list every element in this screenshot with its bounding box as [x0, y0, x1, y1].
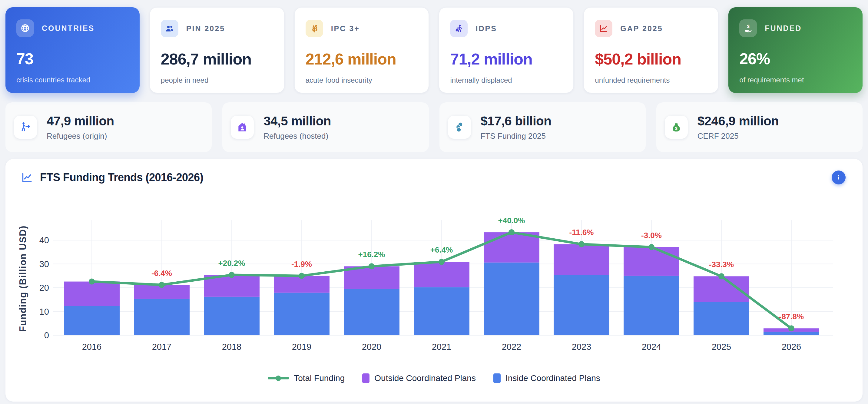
summary-cards-row: COUNTRIES 73 crisis countries tracked PI… [5, 7, 863, 93]
stat-label: Refugees (origin) [46, 131, 114, 141]
legend-item-outside-plans[interactable]: Outside Coordinated Plans [362, 373, 476, 383]
stat-label: Refugees (hosted) [264, 131, 331, 141]
card-funded-header: $ FUNDED [739, 20, 851, 37]
card-value: 212,6 million [306, 50, 418, 68]
card-ipc-3plus: IPC 3+ 212,6 million acute food insecuri… [294, 7, 429, 93]
funding-trends-plot: 0102030402016201720182019202020212022202… [12, 209, 857, 354]
card-value: 73 [17, 50, 129, 68]
card-countries-header: COUNTRIES [17, 20, 129, 37]
card-label: IDPS [475, 24, 497, 33]
wheat-icon [306, 20, 323, 37]
card-label: FUNDED [765, 24, 802, 33]
svg-text:30: 30 [39, 259, 49, 269]
svg-text:$: $ [675, 126, 678, 131]
card-label: PIN 2025 [186, 24, 225, 33]
chart-header: FTS Funding Trends (2016-2026) [21, 171, 203, 184]
svg-text:10: 10 [39, 307, 49, 316]
svg-text:-6.4%: -6.4% [151, 269, 172, 278]
info-icon [835, 174, 842, 181]
users-icon [161, 20, 178, 37]
stat-text: $246,9 million CERF 2025 [698, 114, 779, 141]
svg-text:2020: 2020 [362, 342, 382, 352]
card-ipc-header: IPC 3+ [306, 20, 418, 37]
stat-value: $17,6 billion [480, 114, 552, 128]
svg-text:0: 0 [44, 331, 49, 340]
card-sublabel: unfunded requirements [595, 76, 707, 85]
stat-refugees-origin: 47,9 million Refugees (origin) [5, 102, 212, 152]
svg-text:-87.8%: -87.8% [779, 312, 804, 321]
card-sublabel: acute food insecurity [306, 76, 418, 85]
card-label: GAP 2025 [620, 24, 663, 33]
card-sublabel: of requirements met [739, 76, 851, 84]
svg-text:-3.0%: -3.0% [641, 231, 662, 240]
svg-text:40: 40 [39, 235, 49, 245]
card-label: IPC 3+ [331, 24, 360, 33]
chart-line-icon [21, 171, 33, 184]
svg-text:+16.2%: +16.2% [358, 250, 385, 259]
chart-line-icon [595, 20, 612, 37]
svg-text:+6.4%: +6.4% [430, 245, 453, 254]
card-sublabel: crisis countries tracked [17, 76, 129, 84]
card-value: $50,2 billion [595, 50, 707, 68]
svg-text:2026: 2026 [782, 342, 801, 352]
svg-text:2025: 2025 [712, 342, 732, 352]
stat-value: $246,9 million [698, 114, 779, 128]
info-button[interactable] [832, 170, 845, 184]
person-luggage-icon [450, 20, 468, 37]
svg-text:2016: 2016 [82, 342, 102, 352]
legend-item-inside-plans[interactable]: Inside Coordinated Plans [493, 373, 600, 383]
person-walking-arrow-icon [14, 116, 37, 139]
svg-text:-11.6%: -11.6% [569, 228, 594, 237]
card-pin-2025: PIN 2025 286,7 million people in need [150, 7, 284, 93]
stat-text: 34,5 million Refugees (hosted) [264, 114, 331, 141]
card-value: 286,7 million [161, 50, 273, 68]
card-value: 71,2 million [450, 50, 562, 68]
card-value: 26% [739, 50, 851, 68]
card-pin-header: PIN 2025 [161, 20, 273, 37]
stat-refugees-hosted: 34,5 million Refugees (hosted) [222, 102, 429, 152]
stat-label: FTS Funding 2025 [480, 131, 552, 141]
svg-text:-1.9%: -1.9% [291, 259, 312, 269]
svg-text:2019: 2019 [292, 342, 312, 352]
card-funded: $ FUNDED 26% of requirements met [728, 7, 863, 93]
svg-text:-33.3%: -33.3% [709, 260, 734, 269]
svg-text:2024: 2024 [642, 342, 661, 352]
svg-text:2021: 2021 [432, 342, 452, 352]
svg-text:2022: 2022 [502, 342, 522, 352]
stat-label: CERF 2025 [698, 131, 779, 141]
card-gap-2025: GAP 2025 $50,2 billion unfunded requirem… [584, 7, 718, 93]
chart-title: FTS Funding Trends (2016-2026) [40, 171, 203, 184]
globe-icon [17, 20, 34, 37]
svg-text:2018: 2018 [222, 342, 242, 352]
money-bag-icon: $ [665, 116, 688, 139]
legend-label: Outside Coordinated Plans [374, 373, 476, 383]
card-label: COUNTRIES [42, 24, 94, 33]
purple-swatch-icon [362, 373, 370, 383]
legend-label: Inside Coordinated Plans [505, 373, 600, 383]
card-sublabel: internally displaced [450, 76, 562, 85]
legend-label: Total Funding [294, 373, 345, 383]
hand-dollar-icon: $ [739, 20, 757, 37]
house-user-icon [231, 116, 254, 139]
stat-value: 34,5 million [264, 114, 331, 128]
svg-text:Funding (Billion USD): Funding (Billion USD) [18, 225, 28, 332]
stat-text: 47,9 million Refugees (origin) [46, 114, 114, 141]
chart-legend: Total Funding Outside Coordinated Plans … [5, 373, 863, 383]
line-swatch-icon [268, 375, 289, 381]
fts-funding-trends-card: FTS Funding Trends (2016-2026) 010203040… [5, 159, 863, 402]
svg-text:20: 20 [39, 283, 49, 292]
stat-text: $17,6 billion FTS Funding 2025 [480, 114, 552, 141]
stat-fts-funding: $17,6 billion FTS Funding 2025 [439, 102, 646, 152]
blue-swatch-icon [493, 373, 501, 383]
card-sublabel: people in need [161, 76, 273, 85]
svg-text:2017: 2017 [152, 342, 172, 352]
card-idps: IDPS 71,2 million internally displaced [439, 7, 574, 93]
svg-text:+40.0%: +40.0% [498, 216, 525, 225]
stat-value: 47,9 million [46, 114, 114, 128]
card-gap-header: GAP 2025 [595, 20, 707, 37]
coins-icon [448, 116, 471, 139]
stat-cerf: $ $246,9 million CERF 2025 [656, 102, 863, 152]
card-countries: COUNTRIES 73 crisis countries tracked [5, 7, 140, 93]
legend-item-total-funding[interactable]: Total Funding [268, 373, 345, 383]
card-idps-header: IDPS [450, 20, 562, 37]
